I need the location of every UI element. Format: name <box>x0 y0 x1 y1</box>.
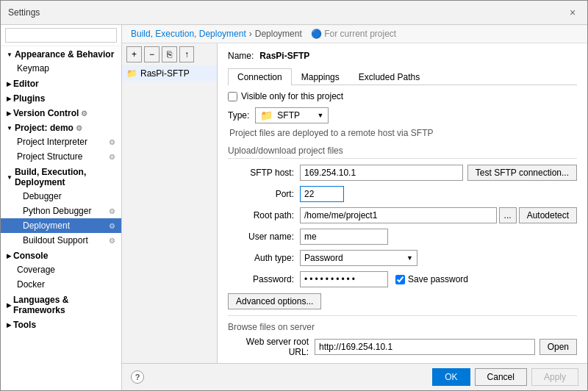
search-input[interactable] <box>5 28 117 43</box>
sidebar-item-label: Build, Execution, Deployment <box>15 167 115 187</box>
expand-icon: ▶ <box>7 322 11 329</box>
breadcrumb-separator: › <box>249 29 252 39</box>
sidebar-item-label: Languages & Frameworks <box>13 295 115 315</box>
settings-dialog: Settings × ▼ Appearance & Behavior Keyma… <box>0 0 588 391</box>
sidebar: ▼ Appearance & Behavior Keymap ▶ Editor … <box>1 25 122 390</box>
name-value: RasPi-SFTP <box>259 51 309 61</box>
visible-only-checkbox[interactable] <box>228 92 237 101</box>
password-input[interactable] <box>300 271 388 287</box>
browse-files-label: Browse files on server <box>228 322 577 332</box>
sidebar-item-buildout-support[interactable]: Buildout Support ⚙ <box>1 233 121 248</box>
web-server-url-input[interactable] <box>315 339 535 355</box>
sidebar-item-coverage[interactable]: Coverage <box>1 262 121 277</box>
visible-only-row: Visible only for this project <box>228 91 577 101</box>
type-dropdown[interactable]: 📁 SFTP ▼ <box>255 107 329 123</box>
title-bar: Settings × <box>1 1 587 25</box>
cancel-button[interactable]: Cancel <box>475 368 527 386</box>
browse-button[interactable]: ... <box>499 207 517 223</box>
deployment-detail-panel: Name: RasPi-SFTP Connection Mappings Exc… <box>218 43 587 363</box>
settings-gear-icon: ⚙ <box>81 110 87 118</box>
type-description: Project files are deployed to a remote h… <box>228 128 577 138</box>
sidebar-item-languages-frameworks[interactable]: ▶ Languages & Frameworks <box>1 292 121 317</box>
sidebar-item-project-demo[interactable]: ▼ Project: demo ⚙ <box>1 120 121 134</box>
port-input[interactable] <box>300 186 344 202</box>
expand-icon: ▼ <box>7 125 12 132</box>
sidebar-item-project-interpreter[interactable]: Project Interpreter ⚙ <box>1 134 121 149</box>
breadcrumb-part2: Deployment <box>255 29 302 39</box>
sidebar-item-label: Appearance & Behavior <box>15 49 114 60</box>
root-path-row: Root path: ... Autodetect <box>228 207 577 223</box>
sidebar-item-plugins[interactable]: ▶ Plugins <box>1 90 121 105</box>
apply-button[interactable]: Apply <box>531 368 578 386</box>
close-button[interactable]: × <box>565 5 580 20</box>
settings-gear-icon: ⚙ <box>109 153 115 161</box>
sidebar-item-label: Editor <box>13 79 39 89</box>
breadcrumb-part1[interactable]: Build, Execution, Deployment <box>131 29 246 39</box>
sidebar-item-label: Coverage <box>17 265 55 275</box>
sidebar-item-version-control[interactable]: ▶ Version Control ⚙ <box>1 105 121 120</box>
port-label: Port: <box>228 189 294 199</box>
sftp-host-label: SFTP host: <box>228 168 294 178</box>
help-button[interactable]: ? <box>131 370 144 384</box>
name-label: Name: <box>228 51 254 61</box>
tab-bar: Connection Mappings Excluded Paths <box>228 68 577 85</box>
tab-connection[interactable]: Connection <box>228 68 292 85</box>
sidebar-item-keymap[interactable]: Keymap <box>1 61 121 76</box>
sidebar-item-label: Docker <box>17 279 45 290</box>
tab-excluded-paths[interactable]: Excluded Paths <box>349 68 429 85</box>
save-password-wrap: Save password <box>395 274 468 284</box>
user-name-row: User name: <box>228 229 577 245</box>
type-row: Type: 📁 SFTP ▼ <box>228 107 577 123</box>
settings-gear-icon: ⚙ <box>109 237 115 245</box>
sidebar-item-build-exec-deploy[interactable]: ▼ Build, Execution, Deployment <box>1 164 121 189</box>
test-sftp-button[interactable]: Test SFTP connection... <box>467 165 577 181</box>
port-row: Port: <box>228 186 577 202</box>
sidebar-item-label: Plugins <box>13 93 45 104</box>
root-path-label: Root path: <box>228 210 294 220</box>
web-server-url-row: Web server root URL: Open <box>228 337 577 357</box>
tab-mappings[interactable]: Mappings <box>292 68 349 85</box>
sidebar-item-python-debugger[interactable]: Python Debugger ⚙ <box>1 204 121 218</box>
bottom-left: ? <box>131 370 144 384</box>
root-path-input[interactable] <box>300 207 497 223</box>
remove-deployment-button[interactable]: − <box>144 46 159 62</box>
sidebar-item-label: Debugger <box>17 191 62 201</box>
copy-deployment-button[interactable]: ⎘ <box>162 46 177 62</box>
save-password-checkbox[interactable] <box>395 275 405 284</box>
expand-icon: ▶ <box>7 96 11 102</box>
sidebar-item-tools[interactable]: ▶ Tools <box>1 317 121 331</box>
move-deployment-button[interactable]: ↑ <box>179 46 194 62</box>
password-label: Password: <box>228 274 294 284</box>
type-select-text: SFTP <box>277 110 300 121</box>
sidebar-item-docker[interactable]: Docker <box>1 277 121 292</box>
deployment-toolbar: + − ⎘ ↑ <box>122 43 217 66</box>
search-box <box>1 25 121 46</box>
sidebar-item-label: Tools <box>13 320 36 330</box>
ok-button[interactable]: OK <box>432 368 470 386</box>
deployment-list-item[interactable]: 📁 RasPi-SFTP <box>122 66 217 81</box>
sidebar-item-project-structure[interactable]: Project Structure ⚙ <box>1 149 121 164</box>
auth-type-dropdown[interactable]: Password ▼ <box>300 250 417 266</box>
expand-icon: ▶ <box>7 81 11 87</box>
sidebar-item-appearance[interactable]: ▼ Appearance & Behavior <box>1 46 121 61</box>
open-button[interactable]: Open <box>539 339 577 355</box>
sidebar-item-console[interactable]: ▶ Console <box>1 248 121 262</box>
advanced-options-row: Advanced options... <box>228 293 577 309</box>
sidebar-item-label: Project: demo <box>15 123 74 133</box>
sftp-host-input[interactable] <box>300 165 463 181</box>
deployment-list-panel: + − ⎘ ↑ 📁 RasPi-SFTP <box>122 43 218 363</box>
add-deployment-button[interactable]: + <box>126 46 142 62</box>
advanced-options-button[interactable]: Advanced options... <box>228 293 321 309</box>
autodetect-button[interactable]: Autodetect <box>519 207 577 223</box>
web-server-url-label: Web server root URL: <box>228 337 309 357</box>
sidebar-item-debugger[interactable]: Debugger <box>1 189 121 204</box>
sftp-host-row: SFTP host: Test SFTP connection... <box>228 165 577 181</box>
user-name-input[interactable] <box>300 229 388 245</box>
expand-icon: ▶ <box>7 110 11 117</box>
visible-only-label: Visible only for this project <box>241 91 343 101</box>
sidebar-item-label: Version Control <box>13 108 79 118</box>
sidebar-item-label: Python Debugger <box>17 206 91 216</box>
auth-type-label: Auth type: <box>228 253 294 263</box>
sidebar-item-editor[interactable]: ▶ Editor <box>1 76 121 90</box>
sidebar-item-deployment[interactable]: Deployment ⚙ <box>1 218 121 233</box>
